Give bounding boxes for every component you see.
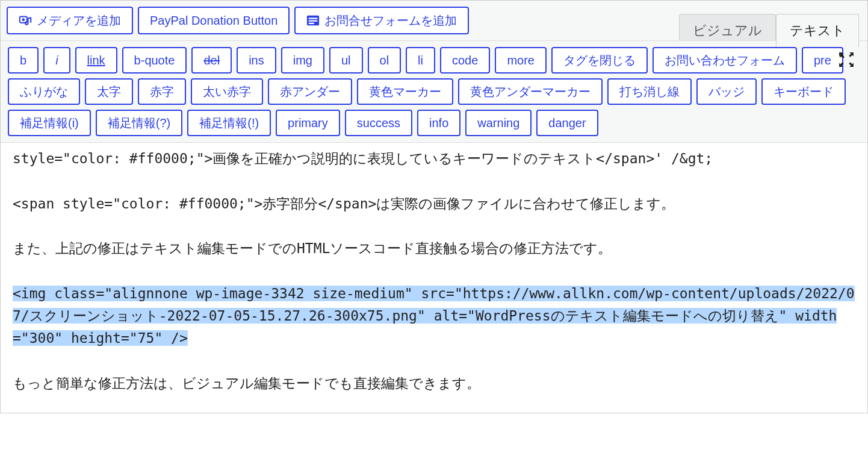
svg-rect-5 <box>309 23 314 24</box>
qt-code-button[interactable]: code <box>440 47 490 74</box>
qt-strike-button[interactable]: 打ち消し線 <box>607 78 692 105</box>
svg-marker-7 <box>849 52 854 57</box>
qt-contact-form-button[interactable]: お問い合わせフォーム <box>653 47 797 74</box>
qt-redunder-button[interactable]: 赤アンダー <box>268 78 352 105</box>
content-line-3: また、上記の修正はテキスト編集モードでのHTMLソースコード直接触る場合の修正方… <box>13 240 612 256</box>
qt-info-i-button[interactable]: 補足情報(i) <box>8 110 91 136</box>
add-contact-form-button[interactable]: お問合せフォームを追加 <box>294 7 469 34</box>
qt-badge-button[interactable]: バッジ <box>696 78 757 105</box>
svg-marker-8 <box>839 62 844 67</box>
media-buttons-group: メディアを追加 PayPal Donation Button お問合せフォームを… <box>7 7 469 34</box>
add-media-button[interactable]: メディアを追加 <box>7 7 133 34</box>
content-selected-line: <img class="alignnone wp-image-3342 size… <box>13 286 855 346</box>
paypal-button[interactable]: PayPal Donation Button <box>138 7 290 34</box>
fullscreen-icon[interactable] <box>839 52 854 70</box>
content-line-1: style="color: #ff0000;">画像を正確かつ説明的に表現してい… <box>13 151 713 166</box>
svg-rect-3 <box>309 17 318 19</box>
qt-success-button[interactable]: success <box>345 110 412 136</box>
qt-pre-button[interactable]: pre <box>802 47 843 74</box>
svg-point-1 <box>22 18 25 21</box>
qt-close-tags-button[interactable]: タグを閉じる <box>551 47 648 74</box>
svg-rect-4 <box>309 20 318 22</box>
paypal-label: PayPal Donation Button <box>150 14 277 27</box>
svg-marker-9 <box>849 62 854 67</box>
content-line-5: もっと簡単な修正方法は、ビジュアル編集モードでも直接編集できます。 <box>13 375 480 391</box>
qt-danger-button[interactable]: danger <box>536 110 598 136</box>
qt-info-q-button[interactable]: 補足情報(?) <box>96 110 182 136</box>
qt-red-button[interactable]: 赤字 <box>138 78 186 105</box>
qt-keyboard-button[interactable]: キーボード <box>761 78 846 105</box>
add-form-label: お問合せフォームを追加 <box>324 14 457 27</box>
qt-yellowunder-button[interactable]: 黄色アンダーマーカー <box>458 78 603 105</box>
qt-info-button[interactable]: info <box>417 110 460 136</box>
content-line-2: <span style="color: #ff0000;">赤字部分</span… <box>13 196 675 211</box>
qt-primary-button[interactable]: primary <box>276 110 340 136</box>
qt-boldtext-button[interactable]: 太字 <box>85 78 133 105</box>
qt-blockquote-button[interactable]: b-quote <box>122 47 187 74</box>
qt-img-button[interactable]: img <box>281 47 324 74</box>
qt-ul-button[interactable]: ul <box>329 47 363 74</box>
qt-ol-button[interactable]: ol <box>368 47 401 74</box>
qt-link-button[interactable]: link <box>75 47 117 74</box>
qt-furigana-button[interactable]: ふりがな <box>8 78 80 105</box>
quicktags-toolbar: b i link b-quote del ins img ul ol li co… <box>1 40 867 143</box>
qt-li-button[interactable]: li <box>406 47 435 74</box>
qt-more-button[interactable]: more <box>495 47 547 74</box>
camera-music-icon <box>19 14 32 27</box>
form-icon <box>306 14 320 27</box>
text-editor-content[interactable]: style="color: #ff0000;">画像を正確かつ説明的に表現してい… <box>1 143 867 413</box>
qt-warning-button[interactable]: warning <box>465 110 532 136</box>
qt-italic-button[interactable]: i <box>43 47 70 74</box>
qt-yellowmark-button[interactable]: 黄色マーカー <box>357 78 453 105</box>
qt-del-button[interactable]: del <box>191 47 232 74</box>
editor-wrapper: メディアを追加 PayPal Donation Button お問合せフォームを… <box>0 0 868 413</box>
qt-ins-button[interactable]: ins <box>237 47 276 74</box>
qt-info-e-button[interactable]: 補足情報(!) <box>187 110 271 136</box>
tab-text[interactable]: テキスト <box>776 14 859 47</box>
qt-bold-button[interactable]: b <box>8 47 39 74</box>
qt-boldred-button[interactable]: 太い赤字 <box>191 78 263 105</box>
add-media-label: メディアを追加 <box>37 14 121 27</box>
editor-top-row: メディアを追加 PayPal Donation Button お問合せフォームを… <box>1 1 867 34</box>
